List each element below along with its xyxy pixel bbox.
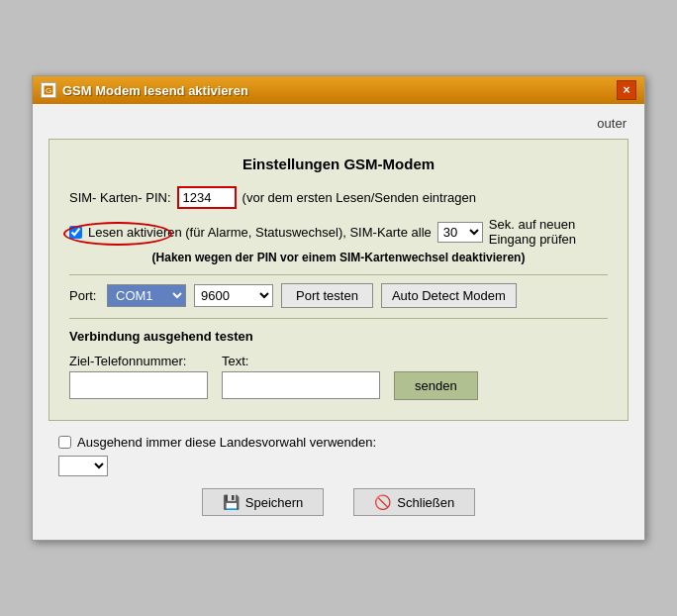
text-label: Text: [222, 354, 380, 368]
port-select[interactable]: COM1 COM2 COM3 COM4 [107, 284, 186, 307]
outer-area: outer [43, 114, 634, 135]
schliessen-label: Schließen [397, 495, 454, 510]
lesen-label: Lesen aktivieren (für Alarme, Statuswech… [88, 225, 432, 240]
port-test-button[interactable]: Port testen [281, 283, 373, 308]
bottom-buttons: 💾 Speichern 🚫 Schließen [58, 488, 619, 516]
landesvorwahl-label: Ausgehend immer diese Landesvorwahl verw… [77, 435, 376, 450]
sim-label: SIM- Karten- PIN: [69, 190, 171, 205]
speichern-button[interactable]: 💾 Speichern [202, 488, 325, 516]
sim-row: SIM- Karten- PIN: (vor dem ersten Lesen/… [69, 186, 608, 209]
outer-label: outer [597, 116, 627, 131]
haken-note: (Haken wegen der PIN vor einem SIM-Karte… [69, 251, 608, 264]
speichern-icon: 💾 [223, 494, 240, 510]
window-icon: G [41, 82, 56, 98]
landesvorwahl-select[interactable] [58, 456, 108, 476]
title-bar-left: G GSM Modem lesend aktivieren [41, 82, 248, 98]
verbindung-title: Verbindung ausgehend testen [69, 329, 608, 344]
schliessen-icon: 🚫 [374, 494, 391, 510]
window-body: outer Einstellungen GSM-Modem SIM- Karte… [33, 104, 644, 540]
svg-text:G: G [46, 86, 51, 95]
ziel-label: Ziel-Telefonnummer: [69, 354, 208, 368]
main-window: G GSM Modem lesend aktivieren × outer Ei… [32, 75, 645, 541]
lesen-row: Lesen aktivieren (für Alarme, Statuswech… [69, 217, 608, 247]
title-bar: G GSM Modem lesend aktivieren × [33, 76, 644, 104]
window-title: GSM Modem lesend aktivieren [62, 83, 248, 98]
divider-1 [69, 274, 608, 275]
bottom-area: Ausgehend immer diese Landesvorwahl verw… [43, 425, 634, 530]
sek-label: Sek. auf neuen Eingang prüfen [489, 217, 608, 247]
sim-pin-input[interactable] [177, 186, 237, 209]
text-input[interactable] [222, 371, 380, 399]
divider-2 [69, 318, 608, 319]
speichern-label: Speichern [245, 495, 304, 510]
landesvorwahl-checkbox[interactable] [58, 436, 71, 449]
main-panel: Einstellungen GSM-Modem SIM- Karten- PIN… [48, 139, 629, 421]
lesen-checkbox[interactable] [69, 226, 82, 239]
baud-select[interactable]: 9600 1200 2400 4800 19200 38400 [194, 284, 273, 307]
panel-title: Einstellungen GSM-Modem [69, 155, 608, 172]
port-label: Port: [69, 288, 99, 303]
interval-select[interactable]: 30 10 20 60 120 [437, 222, 483, 243]
text-field-group: Text: [222, 354, 380, 399]
auto-detect-button[interactable]: Auto Detect Modem [381, 283, 517, 308]
landesvorwahl-select-wrapper [58, 456, 619, 476]
sim-hint: (vor dem ersten Lesen/Senden eintragen [242, 190, 476, 205]
schliessen-button[interactable]: 🚫 Schließen [353, 488, 475, 516]
ziel-field-group: Ziel-Telefonnummer: [69, 354, 208, 399]
port-row: Port: COM1 COM2 COM3 COM4 9600 1200 2400… [69, 283, 608, 308]
lesen-checkbox-wrapper [69, 226, 82, 239]
close-button[interactable]: × [617, 80, 636, 100]
test-form-row: Ziel-Telefonnummer: Text: senden [69, 354, 608, 400]
ziel-input[interactable] [69, 371, 208, 399]
senden-button[interactable]: senden [394, 371, 478, 400]
landesvorwahl-checkbox-row: Ausgehend immer diese Landesvorwahl verw… [58, 435, 619, 450]
